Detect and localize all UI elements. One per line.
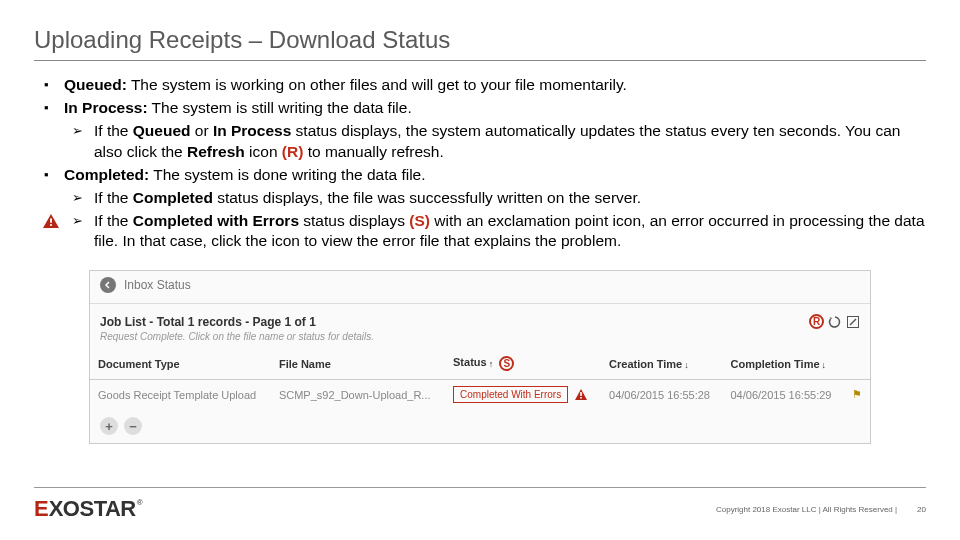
svg-rect-3 (580, 392, 582, 396)
cell-status[interactable]: Completed With Errors (445, 380, 601, 410)
table-row[interactable]: Goods Receipt Template Upload SCMP_s92_D… (90, 380, 870, 410)
flag-icon: ⚑ (852, 388, 862, 400)
t: or (190, 122, 212, 139)
t: status displays (299, 212, 409, 229)
slide: Uploading Receipts – Download Status Que… (0, 0, 960, 540)
warning-icon (42, 213, 60, 235)
callout-r: R (809, 314, 824, 329)
ss-actions: R (809, 314, 860, 329)
t: Completed with Errors (133, 212, 299, 229)
page-number: 20 (917, 505, 926, 514)
exostar-logo: EXOSTAR® (34, 496, 143, 522)
bullet-completed: Completed: The system is done writing th… (34, 165, 926, 186)
ss-header-title: Inbox Status (124, 278, 191, 292)
t: If the (94, 212, 133, 229)
inprocess-text: The system is still writing the data fil… (148, 99, 412, 116)
t: icon (245, 143, 282, 160)
ss-subtext: Request Complete. Click on the file name… (90, 329, 870, 350)
t: Completed (133, 189, 213, 206)
bullet-completed-sub2: If the Completed with Errors status disp… (34, 211, 926, 253)
cell-creation: 04/06/2015 16:55:28 (601, 380, 722, 410)
callout-s: S (499, 356, 514, 371)
t: In Process (213, 122, 291, 139)
queued-text: The system is working on other files and… (127, 76, 627, 93)
cell-filename[interactable]: SCMP_s92_Down-Upload_R... (271, 380, 445, 410)
col-completion[interactable]: Completion Time↓ (723, 350, 845, 380)
slide-footer: EXOSTAR® Copyright 2018 Exostar LLC | Al… (34, 487, 926, 522)
col-filename[interactable]: File Name (271, 350, 445, 380)
svg-rect-4 (580, 397, 582, 399)
ss-footer: + − (90, 409, 870, 443)
inbox-status-screenshot: Inbox Status Job List - Total 1 records … (89, 270, 871, 444)
sort-desc-icon: ↓ (822, 360, 827, 370)
col-creation-label: Creation Time (609, 358, 682, 370)
remove-button[interactable]: − (124, 417, 142, 435)
svg-rect-1 (50, 224, 52, 226)
completed-text: The system is done writing the data file… (149, 166, 425, 183)
col-doctype[interactable]: Document Type (90, 350, 271, 380)
t: Queued (133, 122, 191, 139)
status-pill: Completed With Errors (453, 386, 568, 403)
inprocess-label: In Process: (64, 99, 148, 116)
col-completion-label: Completion Time (731, 358, 820, 370)
bullet-inprocess-sub: If the Queued or In Process status displ… (34, 121, 926, 163)
edit-icon[interactable] (846, 315, 860, 329)
page-title: Uploading Receipts – Download Status (34, 26, 926, 61)
bullet-queued: Queued: The system is working on other f… (34, 75, 926, 96)
bullet-completed-sub1: If the Completed status displays, the fi… (34, 188, 926, 209)
sort-desc-icon: ↓ (684, 360, 689, 370)
job-table: Document Type File Name Status↑ S Creati… (90, 350, 870, 409)
logo-registered: ® (137, 498, 143, 507)
t: to manually refresh. (303, 143, 443, 160)
svg-rect-0 (50, 218, 52, 222)
col-status[interactable]: Status↑ S (445, 350, 601, 380)
t: If the (94, 122, 133, 139)
joblist-title: Job List - Total 1 records - Page 1 of 1 (100, 315, 316, 329)
t: If the (94, 189, 133, 206)
cell-doctype: Goods Receipt Template Upload (90, 380, 271, 410)
back-icon[interactable] (100, 277, 116, 293)
bullet-inprocess: In Process: The system is still writing … (34, 98, 926, 119)
t: status displays, the file was successful… (213, 189, 641, 206)
col-creation[interactable]: Creation Time↓ (601, 350, 722, 380)
body-text: Queued: The system is working on other f… (34, 75, 926, 252)
ss-header: Inbox Status (90, 271, 870, 304)
refresh-icon[interactable] (828, 315, 842, 329)
logo-e: E (34, 496, 48, 522)
error-icon[interactable] (575, 390, 587, 402)
logo-rest: XOSTAR (49, 496, 136, 522)
cell-flag[interactable]: ⚑ (844, 380, 870, 410)
queued-label: Queued: (64, 76, 127, 93)
add-button[interactable]: + (100, 417, 118, 435)
col-flag (844, 350, 870, 380)
col-status-label: Status (453, 357, 487, 369)
copyright-text: Copyright 2018 Exostar LLC | All Rights … (716, 505, 897, 514)
ref-r: (R) (282, 143, 304, 160)
cell-completion: 04/06/2015 16:55:29 (723, 380, 845, 410)
completed-label: Completed: (64, 166, 149, 183)
ss-joblist-bar: Job List - Total 1 records - Page 1 of 1… (90, 304, 870, 329)
sort-asc-icon: ↑ (489, 359, 494, 369)
t: Refresh (187, 143, 245, 160)
ref-s: (S) (409, 212, 430, 229)
